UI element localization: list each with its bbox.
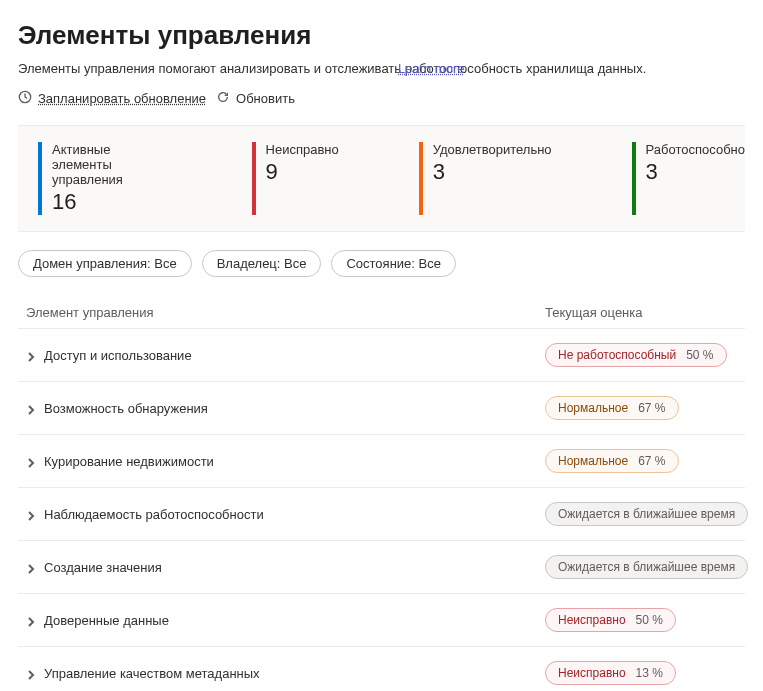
stat-healthy-value: 3	[646, 159, 745, 185]
status-badge: Неисправно50 %	[545, 608, 676, 632]
row-right: Не работоспособный50 %	[545, 343, 745, 367]
filter-status[interactable]: Состояние: Все	[331, 250, 456, 277]
stat-active: Активные элементы управления 16	[38, 142, 172, 215]
status-badge: Неисправно13 %	[545, 661, 676, 685]
table-row[interactable]: Возможность обнаруженияНормальное67 %	[18, 382, 745, 435]
row-name: Доступ и использование	[44, 348, 192, 363]
status-badge: Ожидается в ближайшее время	[545, 555, 748, 579]
table-row[interactable]: Курирование недвижимостиНормальное67 %	[18, 435, 745, 488]
row-left: Управление качеством метаданных	[18, 666, 545, 681]
filters: Домен управления: Все Владелец: Все Сост…	[18, 250, 745, 277]
header-score: Текущая оценка	[545, 305, 745, 320]
table-row[interactable]: Наблюдаемость работоспособностиОжидается…	[18, 488, 745, 541]
row-left: Курирование недвижимости	[18, 454, 545, 469]
table-row[interactable]: Создание значенияОжидается в ближайшее в…	[18, 541, 745, 594]
schedule-refresh-label: Запланировать обновление	[38, 91, 206, 106]
chevron-right-icon	[26, 562, 36, 572]
table-row[interactable]: Управление качеством метаданныхНеисправн…	[18, 647, 745, 691]
chevron-right-icon	[26, 350, 36, 360]
status-percent: 50 %	[686, 348, 713, 362]
chevron-right-icon	[26, 403, 36, 413]
stat-fair-value: 3	[433, 159, 552, 185]
stat-unhealthy-label: Неисправно	[266, 142, 339, 157]
page-subtitle-row: Элементы управления помогают анализирова…	[18, 61, 745, 76]
status-badge: Нормальное67 %	[545, 396, 679, 420]
row-right: Ожидается в ближайшее время	[545, 502, 745, 526]
status-percent: 67 %	[638, 454, 665, 468]
chevron-right-icon	[26, 509, 36, 519]
stat-healthy-label: Работоспособно	[646, 142, 745, 157]
table-row[interactable]: Доверенные данныеНеисправно50 %	[18, 594, 745, 647]
stat-unhealthy: Неисправно 9	[252, 142, 339, 215]
stat-healthy: Работоспособно 3	[632, 142, 745, 215]
row-name: Доверенные данные	[44, 613, 169, 628]
row-name: Наблюдаемость работоспособности	[44, 507, 264, 522]
status-percent: 67 %	[638, 401, 665, 415]
refresh-label: Обновить	[236, 91, 295, 106]
row-right: Неисправно13 %	[545, 661, 745, 685]
chevron-right-icon	[26, 668, 36, 678]
stat-fair: Удовлетворительно 3	[419, 142, 552, 215]
filter-owner[interactable]: Владелец: Все	[202, 250, 322, 277]
table-header: Элемент управления Текущая оценка	[18, 297, 745, 329]
status-percent: 13 %	[636, 666, 663, 680]
status-badge: Не работоспособный50 %	[545, 343, 727, 367]
row-left: Доступ и использование	[18, 348, 545, 363]
refresh-icon	[216, 90, 230, 107]
row-name: Возможность обнаружения	[44, 401, 208, 416]
status-text: Неисправно	[558, 666, 626, 680]
page-title: Элементы управления	[18, 20, 745, 51]
stat-active-value: 16	[52, 189, 172, 215]
status-badge: Нормальное67 %	[545, 449, 679, 473]
status-text: Нормальное	[558, 401, 628, 415]
row-right: Нормальное67 %	[545, 449, 745, 473]
row-name: Управление качеством метаданных	[44, 666, 260, 681]
clock-icon	[18, 90, 32, 107]
header-control: Элемент управления	[18, 305, 545, 320]
status-text: Ожидается в ближайшее время	[558, 507, 735, 521]
status-badge: Ожидается в ближайшее время	[545, 502, 748, 526]
status-percent: 50 %	[636, 613, 663, 627]
status-text: Нормальное	[558, 454, 628, 468]
page-subtitle: Элементы управления помогают анализирова…	[18, 61, 646, 76]
schedule-refresh-button[interactable]: Запланировать обновление	[18, 90, 206, 107]
filter-domain[interactable]: Домен управления: Все	[18, 250, 192, 277]
status-text: Не работоспособный	[558, 348, 676, 362]
row-name: Создание значения	[44, 560, 162, 575]
row-left: Возможность обнаружения	[18, 401, 545, 416]
table-row[interactable]: Доступ и использованиеНе работоспособный…	[18, 329, 745, 382]
row-left: Создание значения	[18, 560, 545, 575]
learn-more-link[interactable]: Learn more	[398, 61, 464, 76]
stat-active-label: Активные элементы управления	[52, 142, 172, 187]
row-left: Доверенные данные	[18, 613, 545, 628]
toolbar: Запланировать обновление Обновить	[18, 90, 745, 107]
status-text: Неисправно	[558, 613, 626, 627]
stat-fair-label: Удовлетворительно	[433, 142, 552, 157]
chevron-right-icon	[26, 615, 36, 625]
row-right: Неисправно50 %	[545, 608, 745, 632]
row-name: Курирование недвижимости	[44, 454, 214, 469]
row-right: Нормальное67 %	[545, 396, 745, 420]
row-right: Ожидается в ближайшее время	[545, 555, 745, 579]
stats-bar: Активные элементы управления 16 Неисправ…	[18, 125, 745, 232]
chevron-right-icon	[26, 456, 36, 466]
row-left: Наблюдаемость работоспособности	[18, 507, 545, 522]
status-text: Ожидается в ближайшее время	[558, 560, 735, 574]
refresh-button[interactable]: Обновить	[216, 90, 295, 107]
stat-unhealthy-value: 9	[266, 159, 339, 185]
table-body: Доступ и использованиеНе работоспособный…	[18, 329, 745, 691]
